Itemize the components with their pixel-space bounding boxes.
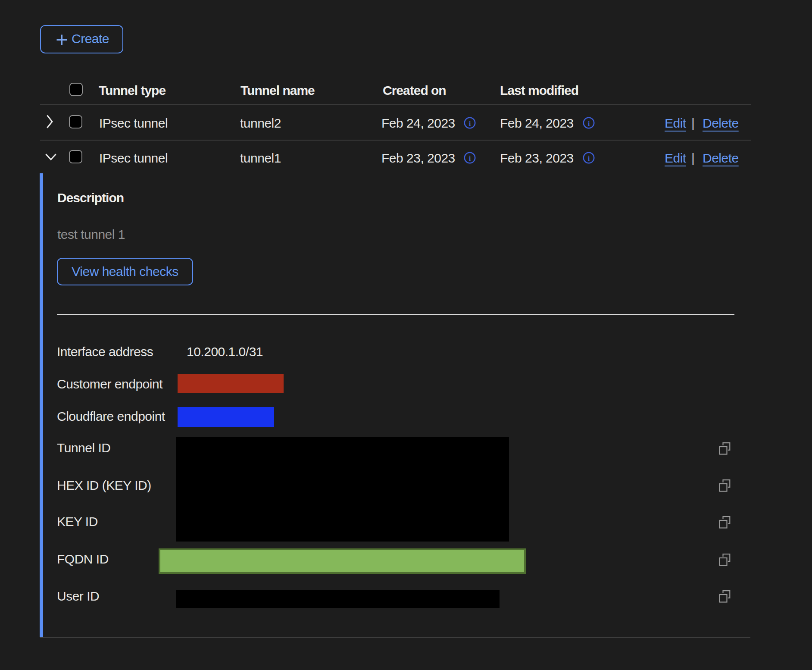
svg-text:i: i (588, 154, 590, 163)
svg-text:i: i (469, 119, 471, 128)
svg-text:i: i (588, 119, 590, 128)
svg-text:i: i (469, 154, 471, 163)
